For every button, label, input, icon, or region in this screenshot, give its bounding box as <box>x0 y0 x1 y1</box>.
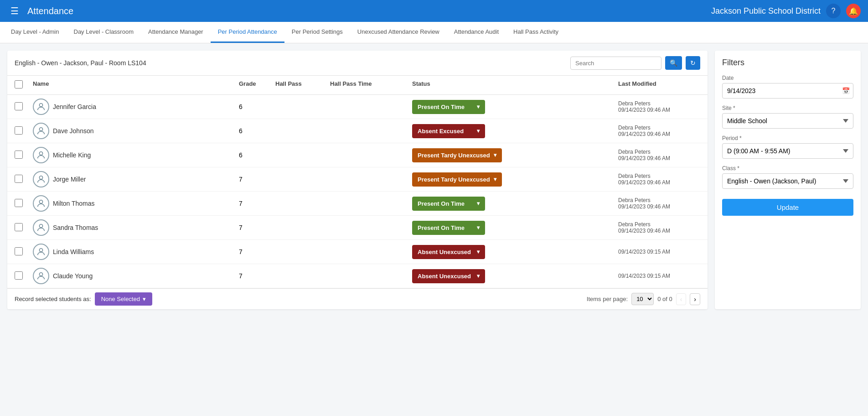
tab-day-level-admin[interactable]: Day Level - Admin <box>4 22 67 43</box>
row-checkbox[interactable] <box>15 151 23 159</box>
row-checkbox-cell <box>15 199 33 208</box>
status-dropdown-icon: ▾ <box>477 200 480 207</box>
filter-site-select[interactable]: Middle School <box>722 113 853 129</box>
status-dropdown-icon: ▾ <box>494 176 496 182</box>
avatar <box>33 219 49 236</box>
status-label: Present On Time <box>418 200 465 207</box>
main-content: English - Owen - Jackson, Paul - Room LS… <box>0 43 868 317</box>
status-dropdown-icon: ▾ <box>477 249 480 255</box>
hamburger-menu-button[interactable]: ☰ <box>7 4 22 18</box>
tab-bar: Day Level - Admin Day Level - Classroom … <box>0 22 868 43</box>
student-name: Milton Thomas <box>53 200 95 207</box>
row-checkbox[interactable] <box>15 175 23 183</box>
status-cell: Absent Unexcused ▾ <box>412 269 618 283</box>
student-cell: Linda Williams <box>33 244 239 260</box>
last-modified-date: 09/14/2023 09:46 AM <box>618 203 700 210</box>
last-modified-by: Debra Peters <box>618 221 700 228</box>
last-modified-by: Debra Peters <box>618 197 700 203</box>
tab-attendance-audit[interactable]: Attendance Audit <box>447 22 506 43</box>
student-name: Jennifer Garcia <box>53 103 96 110</box>
svg-point-1 <box>39 128 42 131</box>
filter-class-select[interactable]: English - Owen (Jackson, Paul) <box>722 173 853 189</box>
status-button[interactable]: Present Tardy Unexcused ▾ <box>412 172 502 187</box>
header-last-modified: Last Modified <box>618 80 700 90</box>
notification-button[interactable]: 🔔 <box>846 4 861 18</box>
tab-attendance-manager[interactable]: Attendance Manager <box>141 22 211 43</box>
student-cell: Claude Young <box>33 268 239 284</box>
refresh-button[interactable]: ↻ <box>686 56 700 70</box>
status-button[interactable]: Absent Unexcused ▾ <box>412 269 485 283</box>
row-checkbox[interactable] <box>15 223 23 231</box>
search-button[interactable]: 🔍 <box>665 56 682 70</box>
filter-class-label: Class * <box>722 165 853 172</box>
last-modified-cell: Debra Peters 09/14/2023 09:46 AM <box>618 197 700 210</box>
app-title: Attendance <box>27 6 73 16</box>
avatar <box>33 99 49 115</box>
bottom-bar: Record selected students as: None Select… <box>7 288 708 309</box>
table-row: Claude Young 7 Absent Unexcused ▾ 09/14/… <box>7 264 708 288</box>
last-modified-by: Debra Peters <box>618 125 700 131</box>
row-checkbox[interactable] <box>15 247 23 255</box>
select-all-checkbox[interactable] <box>15 80 23 88</box>
search-input[interactable] <box>570 57 661 70</box>
tab-hall-pass-activity[interactable]: Hall Pass Activity <box>506 22 566 43</box>
filter-period-select[interactable]: D (9:00 AM - 9:55 AM) <box>722 143 853 159</box>
table-header: Name Grade Hall Pass Hall Pass Time Stat… <box>7 76 708 95</box>
row-checkbox-cell <box>15 126 33 136</box>
update-button[interactable]: Update <box>722 199 853 216</box>
student-cell: Milton Thomas <box>33 195 239 212</box>
grade-cell: 6 <box>239 127 275 135</box>
student-name: Michelle King <box>53 151 91 159</box>
status-button[interactable]: Present On Time ▾ <box>412 100 485 114</box>
status-cell: Present Tardy Unexcused ▾ <box>412 172 618 187</box>
svg-point-5 <box>39 224 42 228</box>
row-checkbox[interactable] <box>15 271 23 280</box>
help-button[interactable]: ? <box>826 4 841 18</box>
status-button[interactable]: Present On Time ▾ <box>412 221 485 235</box>
row-checkbox-cell <box>15 151 33 160</box>
none-selected-label: None Selected <box>101 296 140 302</box>
table-row: Linda Williams 7 Absent Unexcused ▾ 09/1… <box>7 240 708 264</box>
tab-per-period-attendance[interactable]: Per Period Attendance <box>211 22 284 43</box>
row-checkbox-cell <box>15 271 33 281</box>
student-cell: Jennifer Garcia <box>33 99 239 115</box>
search-bar: English - Owen - Jackson, Paul - Room LS… <box>7 51 708 76</box>
student-cell: Michelle King <box>33 147 239 163</box>
status-button[interactable]: Absent Excused ▾ <box>412 124 485 138</box>
status-label: Absent Excused <box>418 128 464 135</box>
row-checkbox-cell <box>15 175 33 184</box>
none-selected-button[interactable]: None Selected ▾ <box>95 292 152 306</box>
last-modified-by: Debra Peters <box>618 149 700 155</box>
items-per-page-select[interactable]: 10 25 50 <box>631 293 654 305</box>
status-button[interactable]: Absent Unexcused ▾ <box>412 245 485 259</box>
filter-site-group: Site * Middle School <box>722 105 853 129</box>
filter-class-group: Class * English - Owen (Jackson, Paul) <box>722 165 853 189</box>
tab-day-level-classroom[interactable]: Day Level - Classroom <box>67 22 141 43</box>
filter-date-group: Date 📅 <box>722 75 853 99</box>
table-body: Jennifer Garcia 6 Present On Time ▾ Debr… <box>7 95 708 288</box>
status-label: Present On Time <box>418 224 465 231</box>
search-icon: 🔍 <box>670 59 677 67</box>
table-row: Milton Thomas 7 Present On Time ▾ Debra … <box>7 192 708 216</box>
status-dropdown-icon: ▾ <box>477 128 480 134</box>
student-name: Dave Johnson <box>53 127 94 135</box>
grade-cell: 7 <box>239 272 275 280</box>
notification-icon: 🔔 <box>849 7 858 16</box>
grade-cell: 7 <box>239 224 275 231</box>
last-modified-date: 09/14/2023 09:15 AM <box>618 249 700 255</box>
status-button[interactable]: Present On Time ▾ <box>412 197 485 211</box>
filter-period-label: Period * <box>722 135 853 141</box>
filter-date-input[interactable] <box>722 83 853 99</box>
tab-per-period-settings[interactable]: Per Period Settings <box>284 22 350 43</box>
status-button[interactable]: Present Tardy Unexcused ▾ <box>412 148 502 162</box>
status-cell: Absent Unexcused ▾ <box>412 245 618 259</box>
row-checkbox[interactable] <box>15 199 23 207</box>
last-modified-date: 09/14/2023 09:46 AM <box>618 179 700 186</box>
tab-unexcused-attendance-review[interactable]: Unexcused Attendance Review <box>350 22 447 43</box>
svg-point-4 <box>39 200 42 203</box>
row-checkbox[interactable] <box>15 126 23 135</box>
student-name: Claude Young <box>53 272 93 280</box>
next-page-button[interactable]: › <box>690 293 700 305</box>
row-checkbox[interactable] <box>15 102 23 110</box>
prev-page-button[interactable]: ‹ <box>676 293 687 305</box>
